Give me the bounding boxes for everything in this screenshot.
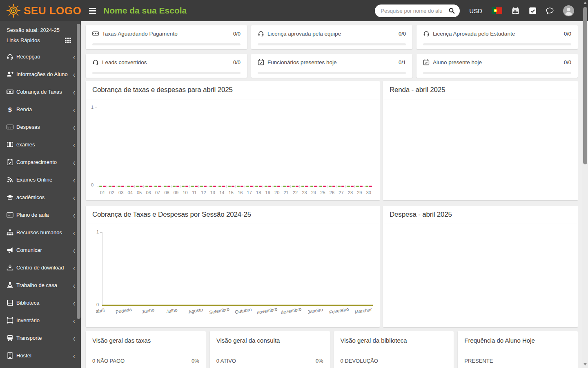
stat-card-title: Funcionários presentes hoje [267, 59, 337, 65]
stat-card-header: Licença Aprovada pelo Estudante0/0 [423, 30, 571, 37]
sidebar-item-despesas[interactable]: Despesas‹ [0, 118, 81, 136]
x-axis-label-junho: Junho [137, 307, 161, 316]
expenses-bar [360, 186, 363, 187]
expenses-bar [222, 186, 225, 187]
chart-title: Cobrança de taxas e despesas para abril … [86, 81, 380, 99]
x-axis-label: 14 [217, 190, 226, 195]
sidebar-item-label: Exames Online [16, 177, 52, 183]
chart-day-30: 30 [364, 99, 373, 200]
stat-card-leads-convertidos[interactable]: Leads convertidos0/0 [86, 54, 247, 78]
x-axis-label: 21 [281, 190, 290, 195]
sidebar-item-label: Recursos humanos [16, 229, 62, 236]
x-axis-label: 19 [263, 190, 272, 195]
currency-selector[interactable]: USD [469, 7, 482, 14]
expenses-bar [204, 186, 207, 187]
chart-day-16: 16 [236, 99, 245, 200]
chevron-left-icon: ‹ [73, 105, 75, 114]
sidebar-item-exames-online[interactable]: Exames Online‹ [0, 171, 81, 188]
stat-card-value: 0/0 [233, 31, 241, 37]
tasks-icon[interactable] [529, 7, 537, 15]
portugal-flag-icon[interactable] [492, 7, 502, 14]
sidebar-item-cobranca-de-taxas[interactable]: Cobrança de Taxas‹ [0, 83, 81, 101]
stat-card-licenca-aprovada-pela-equipe[interactable]: Licença aprovada pela equipe0/0 [251, 25, 412, 49]
x-axis-label-dezembro: dezembro [281, 307, 305, 316]
expenses-bar [213, 186, 216, 187]
sidebar-item-inventario[interactable]: Inventário‹ [0, 312, 81, 329]
search-icon[interactable] [448, 7, 455, 14]
zero-value-bars [173, 186, 179, 187]
chart-day-29: 29 [355, 99, 364, 200]
stat-card-progress-bar [423, 72, 571, 74]
stat-card-aluno-presente-hoje[interactable]: Aluno presente hoje0/0 [416, 54, 578, 78]
x-axis-label: 20 [272, 190, 281, 195]
chevron-left-icon: ‹ [73, 211, 75, 219]
overview-card-title: Visão geral da consulta [216, 337, 323, 344]
sidebar-scrollbar[interactable] [77, 21, 80, 368]
sidebar-item-recepcao[interactable]: Recepção‹ [0, 48, 81, 65]
page-scrollbar[interactable] [582, 0, 588, 368]
brand[interactable]: SEU LOGO [0, 3, 81, 18]
overview-card-visao-geral-das-taxas: Visão geral das taxas0 NÃO PAGO0% [86, 331, 206, 368]
chart-day-27: 27 [336, 99, 345, 200]
calendar-check-icon [258, 59, 264, 65]
sidebar-item-centro-de-download[interactable]: Centro de download‹ [0, 259, 81, 276]
fees-bar [218, 186, 221, 187]
sidebar-item-comparecimento[interactable]: Comparecimento‹ [0, 153, 81, 171]
fees-expenses-session-chart-card: Cobrança de Taxas e Despesas por Sessão … [86, 206, 380, 327]
search-input[interactable] [375, 4, 460, 17]
expenses-bar [121, 186, 124, 187]
fees-bar [338, 186, 341, 187]
menu-toggle-button[interactable] [87, 6, 98, 16]
sidebar-item-trabalho-de-casa[interactable]: Trabalho de casa‹ [0, 276, 81, 294]
stat-card-licenca-aprovada-pelo-estudante[interactable]: Licença Aprovada pelo Estudante0/0 [416, 25, 578, 49]
scroll-down-arrow-icon[interactable] [584, 363, 587, 366]
logo-text: SEU LOGO [24, 4, 81, 17]
chart-day-21: 21 [281, 99, 290, 200]
page-scrollbar-thumb[interactable] [583, 7, 587, 164]
fees-bar [301, 186, 304, 187]
sidebar-item-plano-de-aula[interactable]: Plano de aula‹ [0, 206, 81, 224]
user-plus-icon [7, 71, 13, 78]
sidebar-item-informacoes-do-aluno[interactable]: Informações do Aluno‹ [0, 65, 81, 83]
overview-row-label: 0 DEVOLUÇÃO [341, 358, 378, 364]
stat-card-title: Licença Aprovada pelo Estudante [433, 31, 515, 37]
x-axis-label: 11 [190, 190, 199, 195]
stat-card-taxas-aguardando-pagamento[interactable]: Taxas Aguardando Pagamento0/0 [86, 25, 247, 49]
fees-bar [246, 186, 249, 187]
expenses-bar [268, 186, 271, 187]
x-axis-label: 06 [144, 190, 153, 195]
avatar[interactable] [563, 5, 574, 16]
sidebar-item-label: Plano de aula [16, 212, 49, 218]
expenses-bar [323, 186, 326, 187]
quick-links[interactable]: Links Rápidos [0, 33, 81, 43]
fees-bar [136, 186, 139, 187]
x-axis-label: 10 [180, 190, 189, 195]
stat-card-title: Licença aprovada pela equipe [267, 31, 341, 37]
chevron-left-icon: ‹ [73, 299, 75, 307]
sidebar-item-recursos-humanos[interactable]: Recursos humanos‹ [0, 224, 81, 241]
calendar-icon[interactable] [512, 7, 519, 15]
chevron-left-icon: ‹ [73, 352, 75, 360]
sidebar-item-academicos[interactable]: acadêmicos‹ [0, 188, 81, 206]
sidebar-scrollbar-thumb[interactable] [77, 24, 80, 319]
sidebar-item-transporte[interactable]: Transporte‹ [0, 329, 81, 347]
sidebar-item-comunicar[interactable]: Comunicar‹ [0, 241, 81, 259]
expenses-bar [176, 186, 179, 187]
scroll-up-arrow-icon[interactable] [584, 2, 587, 4]
fees-bar [154, 186, 157, 187]
stat-card-header: Aluno presente hoje0/0 [423, 59, 571, 65]
zero-value-bars [356, 186, 363, 187]
building-icon [7, 352, 13, 359]
sidebar-item-renda[interactable]: $Renda‹ [0, 101, 81, 118]
x-axis-label: 03 [116, 190, 125, 195]
sidebar-item-biblioteca[interactable]: Biblioteca‹ [0, 294, 81, 312]
open-book-icon [7, 141, 13, 148]
zero-value-bars [265, 186, 271, 187]
stat-card-funcionarios-presentes-hoje[interactable]: Funcionários presentes hoje0/1 [251, 54, 412, 78]
sidebar-item-exames[interactable]: exames‹ [0, 136, 81, 153]
expenses-bar [232, 186, 234, 187]
sidebar-item-certificado[interactable]: Certificado‹ [0, 364, 81, 368]
sidebar-item-hostel[interactable]: Hostel‹ [0, 347, 81, 364]
chat-icon[interactable] [546, 7, 554, 15]
x-axis-label: 05 [135, 190, 144, 195]
